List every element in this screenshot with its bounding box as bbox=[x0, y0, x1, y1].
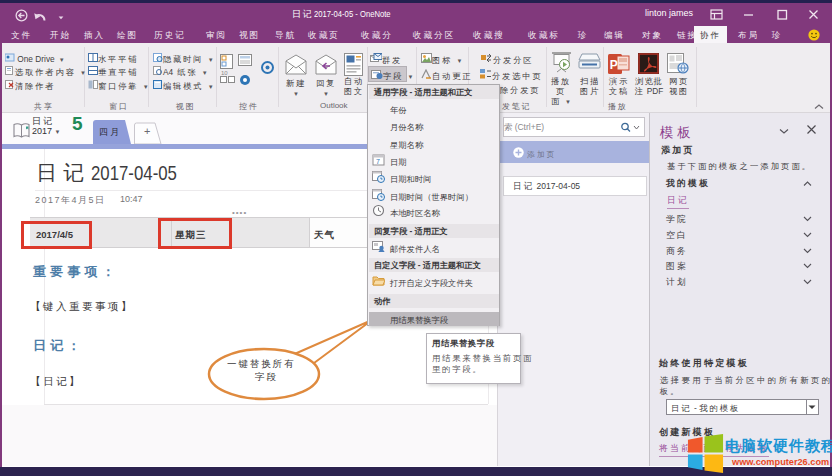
svg-text:10: 10 bbox=[221, 70, 228, 76]
svg-text:7: 7 bbox=[376, 158, 380, 165]
svg-text:P: P bbox=[610, 58, 618, 72]
